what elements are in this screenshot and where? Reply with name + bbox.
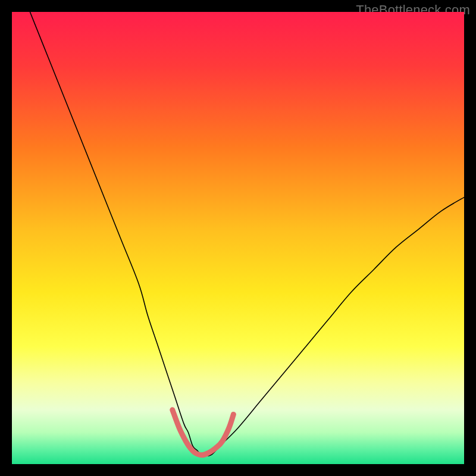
chart-frame: TheBottleneck.com (0, 0, 476, 476)
chart-plot-area (12, 12, 464, 464)
chart-svg (12, 12, 464, 464)
chart-background (12, 12, 464, 464)
